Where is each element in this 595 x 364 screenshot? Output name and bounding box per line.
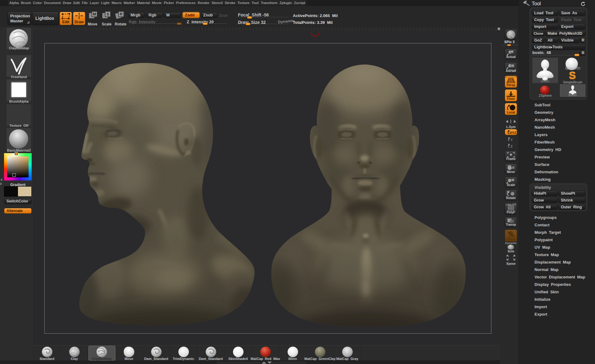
svg-text:XYZ: XYZ [510,131,517,135]
svg-text:x1: x1 [511,51,514,54]
svg-text:Z: Z [511,145,512,148]
svg-text:Y: Y [511,138,513,142]
